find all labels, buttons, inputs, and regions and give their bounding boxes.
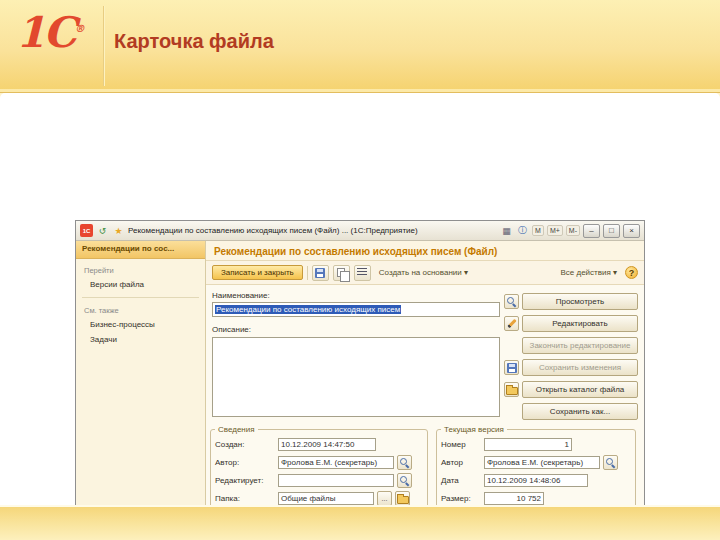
save-icon[interactable] xyxy=(312,265,329,281)
version-author-picker-icon[interactable] xyxy=(603,455,618,470)
finish-editing-button[interactable]: Закончить редактирование xyxy=(522,337,638,354)
editor-picker-icon[interactable] xyxy=(397,473,412,488)
info-group-title: Сведения xyxy=(215,425,258,434)
logo-text: 1С xyxy=(16,8,75,57)
app-window: 1С ↺ ★ Рекомендации по составлению исход… xyxy=(75,220,645,540)
version-author-input[interactable]: Фролова Е.М. (секретарь) xyxy=(484,456,600,469)
field-author: Автор: Фролова Е.М. (секретарь) xyxy=(215,454,423,471)
number-label: Номер xyxy=(441,440,481,449)
window-titlebar[interactable]: 1С ↺ ★ Рекомендации по составлению исход… xyxy=(76,221,644,241)
description-label: Описание: xyxy=(212,325,251,334)
edit-button[interactable]: Редактировать xyxy=(522,315,638,332)
name-input[interactable]: Рекомендации по составлению исходящих пи… xyxy=(212,302,500,317)
name-selected-text: Рекомендации по составлению исходящих пи… xyxy=(215,305,401,314)
minimize-button[interactable]: – xyxy=(583,224,600,238)
view-button[interactable]: Просмотреть xyxy=(522,293,638,310)
number-input[interactable]: 1 xyxy=(484,438,572,451)
created-label: Создан: xyxy=(215,440,275,449)
toolbar: Записать и закрыть Создать на основании … xyxy=(206,261,644,285)
folder-browse-button[interactable]: ... xyxy=(377,491,392,506)
folder-input[interactable]: Общие файлы xyxy=(278,492,374,505)
field-version-date: Дата 10.12.2009 14:48:06 xyxy=(441,472,631,489)
action-row-view: Просмотреть xyxy=(504,293,638,310)
all-actions-menu[interactable]: Все действия ▾ xyxy=(556,266,621,279)
edit-icon[interactable] xyxy=(504,316,519,331)
save-changes-button[interactable]: Сохранить изменения xyxy=(522,359,638,376)
save-changes-icon[interactable] xyxy=(504,360,519,375)
author-input[interactable]: Фролова Е.М. (секретарь) xyxy=(278,456,394,469)
floppy-icon xyxy=(315,268,325,278)
open-folder-icon[interactable] xyxy=(504,382,519,397)
sidebar-item-file-versions[interactable]: Версии файла xyxy=(76,277,205,292)
open-file-folder-button[interactable]: Открыть каталог файла xyxy=(522,381,638,398)
folder-label: Папка: xyxy=(215,494,275,503)
magnifier-icon xyxy=(507,297,516,306)
list-icon[interactable] xyxy=(354,265,371,281)
maximize-button[interactable]: □ xyxy=(603,224,620,238)
help-icon[interactable]: ? xyxy=(625,266,638,279)
view-icon[interactable] xyxy=(504,294,519,309)
folder-icon xyxy=(506,387,518,395)
magnifier-icon xyxy=(400,476,409,485)
name-label: Наименование: xyxy=(212,291,270,300)
author-picker-icon[interactable] xyxy=(397,455,412,470)
sidebar-item-business-processes[interactable]: Бизнес-процессы xyxy=(76,317,205,332)
main-panel: Рекомендации по составлению исходящих пи… xyxy=(206,241,644,540)
version-group-title: Текущая версия xyxy=(441,425,507,434)
magnifier-icon xyxy=(606,458,615,467)
logo-registered-mark: ® xyxy=(75,23,85,34)
folder-open-icon[interactable] xyxy=(395,491,410,506)
action-row-open-folder: Открыть каталог файла xyxy=(504,381,638,398)
slide-header: 1С® Карточка файла xyxy=(0,0,720,93)
copy-icon[interactable] xyxy=(333,265,350,281)
created-input[interactable]: 10.12.2009 14:47:50 xyxy=(278,438,376,451)
action-row-edit: Редактировать xyxy=(504,315,638,332)
field-version-number: Номер 1 xyxy=(441,436,631,453)
app-icon: 1С xyxy=(80,224,93,237)
folder-icon xyxy=(397,496,409,504)
version-author-label: Автор xyxy=(441,458,481,467)
sidebar-item-tasks[interactable]: Задачи xyxy=(76,332,205,347)
m-plus-button[interactable]: M+ xyxy=(547,225,563,236)
slide-title: Карточка файла xyxy=(114,30,274,53)
info-icon[interactable]: ⓘ xyxy=(516,224,529,237)
1c-logo: 1С® xyxy=(16,8,85,57)
slide-content: 1С ↺ ★ Рекомендации по составлению исход… xyxy=(0,93,720,505)
save-as-button[interactable]: Сохранить как... xyxy=(522,403,638,420)
action-row-save-as: Сохранить как... xyxy=(504,403,638,420)
m-button[interactable]: M xyxy=(532,225,544,236)
action-row-finish-editing: Закончить редактирование xyxy=(504,337,638,354)
author-label: Автор: xyxy=(215,458,275,467)
sidebar-caption-goto: Перейти xyxy=(76,259,205,277)
description-input[interactable] xyxy=(212,337,500,417)
favorites-star-icon[interactable]: ★ xyxy=(112,224,125,237)
sidebar-caption-see-also: См. также xyxy=(76,299,205,317)
size-input[interactable]: 10 752 xyxy=(484,492,544,505)
save-close-button[interactable]: Записать и закрыть xyxy=(212,265,303,280)
create-based-menu[interactable]: Создать на основании ▾ xyxy=(375,266,472,279)
list-lines-icon xyxy=(357,268,367,277)
field-created: Создан: 10.12.2009 14:47:50 xyxy=(215,436,423,453)
editor-input[interactable] xyxy=(278,474,394,487)
form-area: Наименование: Рекомендации по составлени… xyxy=(206,285,644,540)
date-input[interactable]: 10.12.2009 14:48:06 xyxy=(484,474,588,487)
date-label: Дата xyxy=(441,476,481,485)
window-title: Рекомендации по составлению исходящих пи… xyxy=(128,226,418,235)
editor-label: Редактирует: xyxy=(215,476,275,485)
action-row-save-changes: Сохранить изменения xyxy=(504,359,638,376)
magnifier-icon xyxy=(400,458,409,467)
header-divider xyxy=(103,6,104,86)
close-button[interactable]: × xyxy=(623,224,640,238)
copy-pages-icon xyxy=(337,268,345,277)
page-title: Рекомендации по составлению исходящих пи… xyxy=(206,241,644,261)
sidebar: Рекомендации по сос... Перейти Версии фа… xyxy=(76,241,206,540)
m-minus-button[interactable]: M- xyxy=(566,225,580,236)
back-icon[interactable]: ↺ xyxy=(96,224,109,237)
grid-icon[interactable]: ▦ xyxy=(500,224,513,237)
sidebar-header: Рекомендации по сос... xyxy=(76,241,205,259)
floppy-icon xyxy=(507,363,517,373)
size-label: Размер: xyxy=(441,494,481,503)
sidebar-separator xyxy=(82,297,199,298)
field-editor: Редактирует: xyxy=(215,472,423,489)
pencil-icon xyxy=(507,319,516,328)
